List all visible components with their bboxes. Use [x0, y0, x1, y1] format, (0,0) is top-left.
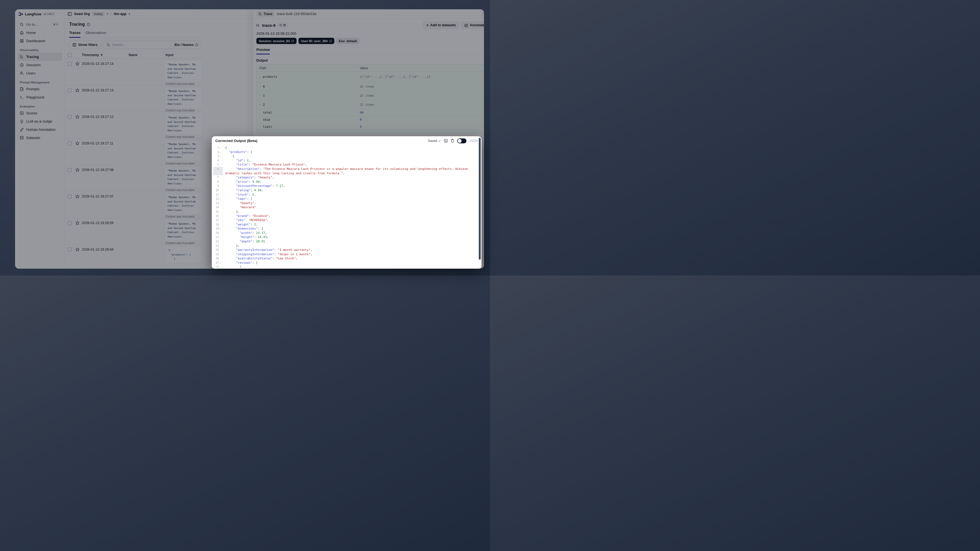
- fold-chevron-icon[interactable]: ⌄: [220, 197, 222, 201]
- editor-code: "rating": 4.94,: [223, 188, 480, 193]
- editor-code: "width": 23.17,: [223, 231, 480, 235]
- editor-code: },: [223, 244, 480, 248]
- editor-line[interactable]: 18 "weight": 2,: [213, 223, 480, 227]
- line-number: 1⌄: [213, 145, 223, 150]
- editor-code: "dimensions": {: [223, 226, 480, 231]
- line-number: 27⌄: [213, 261, 223, 265]
- editor-code: "weight": 2,: [223, 223, 480, 227]
- line-number: 9: [213, 184, 223, 188]
- editor-line[interactable]: 19⌄ "dimensions": {: [213, 226, 480, 231]
- editor-code: "description": "The Essence Mascara Lash…: [223, 167, 480, 175]
- line-number: 3⌄: [213, 154, 223, 158]
- fold-chevron-icon[interactable]: ⌄: [220, 265, 222, 267]
- editor-line[interactable]: 1⌄{: [213, 145, 480, 150]
- editor-line[interactable]: 12⌄ "tags": [: [213, 197, 480, 201]
- editor-code: "id": 1,: [223, 158, 480, 163]
- editor-code: "height": 14.43,: [223, 235, 480, 239]
- editor-code: "tags": [: [223, 197, 480, 201]
- editor-code: "availabilityStatus": "Low Stock",: [223, 256, 480, 261]
- editor-code: "shippingInformation": "Ships in 1 month…: [223, 252, 480, 256]
- editor-code: "reviews": [: [223, 261, 480, 265]
- fold-chevron-icon[interactable]: ⌄: [220, 145, 222, 150]
- editor-line[interactable]: 6 "description": "The Essence Mascara La…: [213, 167, 480, 175]
- editor-line[interactable]: 11 "stock": 5,: [213, 193, 480, 197]
- editor-line[interactable]: 8 "price": 9.99,: [213, 180, 480, 184]
- line-number: 22: [213, 239, 223, 244]
- editor-code: {: [223, 265, 480, 267]
- line-number: 25: [213, 252, 223, 256]
- save-icon[interactable]: [444, 139, 448, 143]
- line-number: 10: [213, 188, 223, 193]
- editor-line[interactable]: 16 "brand": "Essence",: [213, 214, 480, 218]
- line-number: 21: [213, 235, 223, 239]
- editor-line[interactable]: 15 ],: [213, 210, 480, 214]
- line-number: 15: [213, 210, 223, 214]
- editor-line[interactable]: 2⌄ "products": [: [213, 150, 480, 154]
- editor-code: ],: [223, 210, 480, 214]
- fold-chevron-icon[interactable]: ⌄: [220, 154, 222, 158]
- line-number: 20: [213, 231, 223, 235]
- line-number: 19⌄: [213, 226, 223, 231]
- line-number: 24: [213, 248, 223, 252]
- editor-code: "brand": "Essence",: [223, 214, 480, 218]
- editor-line[interactable]: 17 "sku": "RCH45Q1A",: [213, 218, 480, 223]
- line-number: 5: [213, 162, 223, 167]
- editor-line[interactable]: 3⌄ {: [213, 154, 480, 158]
- editor-line[interactable]: 4 "id": 1,: [213, 158, 480, 163]
- editor-code: "discountPercentage": 7.17,: [223, 184, 480, 188]
- editor-line[interactable]: 26 "availabilityStatus": "Low Stock",: [213, 256, 480, 261]
- editor-code: {: [223, 145, 480, 150]
- editor-code: "sku": "RCH45Q1A",: [223, 218, 480, 223]
- editor-line[interactable]: 7 "category": "beauty",: [213, 175, 480, 180]
- editor-code: "mascara": [223, 205, 480, 210]
- editor-code: {: [223, 154, 480, 158]
- editor-line[interactable]: 9 "discountPercentage": 7.17,: [213, 184, 480, 188]
- editor-line[interactable]: 27⌄ "reviews": [: [213, 261, 480, 265]
- saved-status: Saved✓: [428, 139, 441, 143]
- editor-line[interactable]: 22 "depth": 28.01: [213, 239, 480, 244]
- line-number: 2⌄: [213, 150, 223, 154]
- line-number: 4: [213, 158, 223, 163]
- json-editor[interactable]: 1⌄{2⌄ "products": [3⌄ {4 "id": 1,5 "titl…: [213, 145, 480, 267]
- editor-code: "beauty",: [223, 201, 480, 205]
- line-number: 14: [213, 205, 223, 210]
- editor-line[interactable]: 5 "title": "Essence Mascara Lash Prince"…: [213, 162, 480, 167]
- editor-code: "products": [: [223, 150, 480, 154]
- editor-line[interactable]: 14 "mascara": [213, 205, 480, 210]
- json-toggle-label: JSON: [469, 139, 478, 143]
- corrected-output-title: Corrected Output (Beta): [215, 139, 258, 143]
- editor-line[interactable]: 10 "rating": 4.94,: [213, 188, 480, 193]
- editor-code: "category": "beauty",: [223, 175, 480, 180]
- line-number: 6: [213, 167, 223, 175]
- line-number: 11: [213, 193, 223, 197]
- line-number: 16: [213, 214, 223, 218]
- line-number: 13: [213, 201, 223, 205]
- check-icon: ✓: [438, 139, 441, 143]
- editor-line[interactable]: 24 "warrantyInformation": "1 month warra…: [213, 248, 480, 252]
- editor-line[interactable]: 21 "height": 14.43,: [213, 235, 480, 239]
- editor-code: "warrantyInformation": "1 month warranty…: [223, 248, 480, 252]
- line-number: 18: [213, 223, 223, 227]
- editor-code: "title": "Essence Mascara Lash Prince",: [223, 162, 480, 167]
- line-number: 26: [213, 256, 223, 261]
- fold-chevron-icon[interactable]: ⌄: [220, 150, 222, 154]
- fold-chevron-icon[interactable]: ⌄: [220, 261, 222, 265]
- line-number: 23: [213, 244, 223, 248]
- editor-line[interactable]: 13 "beauty",: [213, 201, 480, 205]
- editor-code: "stock": 5,: [223, 193, 480, 197]
- corrected-output-card: Corrected Output (Beta) Saved✓ JSON 1⌄{2…: [212, 136, 482, 269]
- line-number: 12⌄: [213, 197, 223, 201]
- editor-line[interactable]: 25 "shippingInformation": "Ships in 1 mo…: [213, 252, 480, 256]
- line-number: 7: [213, 175, 223, 180]
- fold-chevron-icon[interactable]: ⌄: [220, 226, 222, 231]
- editor-line[interactable]: 23 },: [213, 244, 480, 248]
- editor-line[interactable]: 20 "width": 23.17,: [213, 231, 480, 235]
- json-toggle[interactable]: [457, 139, 466, 143]
- trash-icon[interactable]: [450, 139, 455, 143]
- editor-scrollbar[interactable]: [479, 138, 481, 260]
- editor-line[interactable]: 28⌄ {: [213, 265, 480, 267]
- editor-code: "depth": 28.01: [223, 239, 480, 244]
- line-number: 17: [213, 218, 223, 223]
- editor-code: "price": 9.99,: [223, 180, 480, 184]
- line-number: 8: [213, 180, 223, 184]
